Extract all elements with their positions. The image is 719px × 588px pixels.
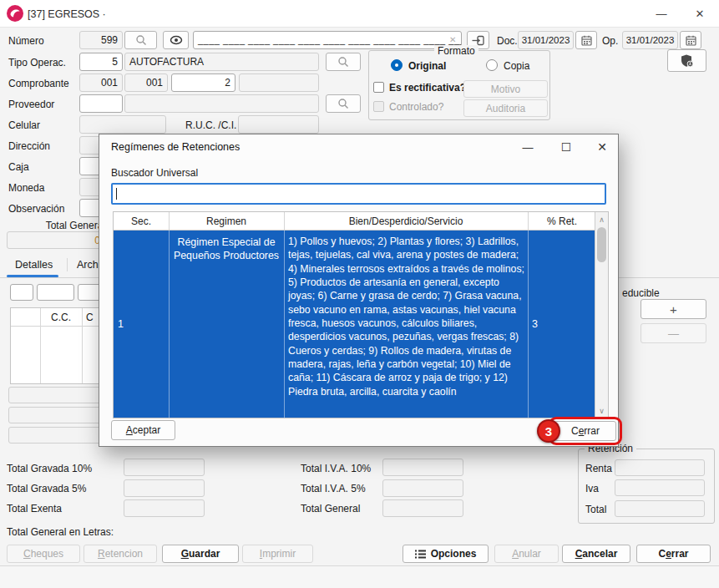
buscador-universal-input[interactable] <box>111 183 606 205</box>
modal-minimize-button[interactable]: — <box>517 139 539 155</box>
col-header-bien[interactable]: Bien/Desperdicio/Servicio <box>284 212 528 231</box>
controlado-checkbox[interactable] <box>373 101 384 112</box>
scroll-down-icon[interactable]: ∨ <box>595 404 608 417</box>
masked-value: ____ ____ ____ ____ ____ ____ ____ ____ … <box>198 35 462 45</box>
comprobante-label: Comprobante <box>8 78 69 89</box>
cheques-button[interactable]: Cheques <box>7 545 80 563</box>
numero-search-button[interactable] <box>124 31 157 49</box>
total-general-top-input[interactable]: 0 <box>7 231 105 249</box>
ruc-input[interactable] <box>238 115 319 134</box>
tipo-operac-code-input[interactable]: 5 <box>79 53 123 71</box>
total-gravada10-input[interactable] <box>124 459 205 476</box>
cerrar-main-button[interactable]: Cerrar <box>636 545 711 563</box>
col-header-regimen[interactable]: Regimen <box>169 212 284 231</box>
col-header-sec[interactable]: Sec. <box>114 212 169 231</box>
opciones-button-label: Opciones <box>431 548 477 560</box>
aceptar-button[interactable]: Aceptar <box>111 420 175 440</box>
opciones-button[interactable]: Opciones <box>403 545 489 563</box>
scrollbar-thumb[interactable] <box>597 227 606 262</box>
comprobante-input-3[interactable]: 2 <box>171 74 235 92</box>
anular-button[interactable]: Anular <box>494 545 559 563</box>
modal-title: Regímenes de Retenciones <box>111 141 240 153</box>
renta-label: Renta <box>585 463 612 474</box>
timbrado-masked-input[interactable]: ____ ____ ____ ____ ____ ____ ____ ____ … <box>193 31 462 49</box>
doc-calendar-button[interactable] <box>575 31 597 49</box>
guardar-button[interactable]: Guardar <box>162 545 239 563</box>
cell-sec: 1 <box>118 318 124 330</box>
row-column-separator <box>284 231 285 418</box>
iva-input[interactable] <box>615 479 705 496</box>
copia-radio[interactable] <box>486 59 498 71</box>
motivo-button[interactable]: Motivo <box>463 80 548 98</box>
total-iva5-input[interactable] <box>382 479 463 497</box>
add-row-button[interactable]: + <box>641 299 706 319</box>
doc-date-input[interactable]: 31/01/2023 <box>518 31 574 49</box>
egresos-window: [37] EGRESOS · — ✕ Número 599 ____ ____ … <box>0 0 719 588</box>
total-exenta-input[interactable] <box>124 499 205 517</box>
total-exenta-label: Total Exenta <box>7 503 62 514</box>
list-options-icon <box>415 550 426 559</box>
total-label: Total <box>585 504 606 515</box>
tipo-operac-label: Tipo Operac. <box>8 57 66 68</box>
clear-icon[interactable]: ✕ <box>449 35 457 44</box>
op-date-input[interactable]: 31/01/2023 <box>622 31 678 49</box>
rectificativa-label: Es rectificativa? <box>389 82 466 94</box>
cancelar-button[interactable]: Cancelar <box>562 545 630 563</box>
table-row-selected[interactable]: 1 Régimen Especial de Pequeños Productor… <box>114 231 595 418</box>
total-letras-label: Total General en Letras: <box>7 526 114 538</box>
window-minimize-button[interactable]: — <box>650 5 673 22</box>
scroll-up-icon[interactable]: ∧ <box>595 213 608 226</box>
proveedor-name-input[interactable] <box>124 94 319 113</box>
comprobante-input-1[interactable]: 001 <box>79 74 123 92</box>
total-gravada5-input[interactable] <box>124 479 205 497</box>
proveedor-code-input[interactable] <box>79 94 123 113</box>
tab-detalles[interactable]: Detalles <box>15 259 53 271</box>
proveedor-search-button[interactable] <box>326 94 361 113</box>
imprimir-button[interactable]: Imprimir <box>242 545 313 563</box>
shield-user-icon <box>680 53 695 68</box>
celular-input[interactable] <box>79 115 166 134</box>
op-label: Op. <box>602 35 618 47</box>
security-button[interactable] <box>667 49 706 72</box>
direccion-label: Dirección <box>8 140 50 152</box>
original-radio[interactable] <box>391 59 403 71</box>
original-radio-label: Original <box>408 60 446 72</box>
grid-filter-input-1[interactable] <box>10 284 33 301</box>
table-scrollbar[interactable]: ∧ ∨ <box>595 212 608 418</box>
grid-header-c: C <box>86 312 94 323</box>
col-header-ret[interactable]: % Ret. <box>528 212 596 231</box>
op-calendar-button[interactable] <box>680 31 701 49</box>
window-close-button[interactable]: ✕ <box>688 5 711 22</box>
row-column-separator <box>169 231 170 418</box>
caja-label: Caja <box>8 161 29 173</box>
auditoria-button[interactable]: Auditoria <box>463 99 548 117</box>
numero-label: Número <box>8 35 44 47</box>
eye-icon <box>170 35 183 45</box>
rectificativa-checkbox[interactable] <box>373 82 384 93</box>
annotation-step-badge: 3 <box>537 419 560 443</box>
tipo-operac-search-button[interactable] <box>326 53 361 71</box>
deducible-label: educible <box>622 287 660 299</box>
cell-ret: 3 <box>532 318 538 330</box>
tipo-operac-name-input[interactable]: AUTOFACTURA <box>124 53 319 71</box>
comprobante-input-2[interactable]: 001 <box>124 74 168 92</box>
remove-row-button[interactable]: — <box>641 323 706 343</box>
preview-button[interactable] <box>163 31 189 49</box>
total-retencion-input[interactable] <box>615 500 705 517</box>
total-iva5-label: Total I.V.A. 5% <box>301 483 366 494</box>
retencion-button[interactable]: Retencion <box>84 545 157 563</box>
total-iva10-input[interactable] <box>382 459 463 476</box>
numero-input[interactable]: 599 <box>79 31 123 49</box>
calendar-icon <box>686 35 696 46</box>
comprobante-input-4[interactable] <box>239 74 319 92</box>
modal-maximize-button[interactable]: ☐ <box>555 139 577 155</box>
renta-input[interactable] <box>615 459 705 476</box>
text-cursor <box>116 188 117 200</box>
status-bar <box>0 566 719 588</box>
grid-filter-input-2[interactable] <box>37 284 74 301</box>
modal-close-button[interactable]: ✕ <box>591 139 613 155</box>
regimenes-retenciones-dialog: Regímenes de Retenciones — ☐ ✕ Buscador … <box>99 134 619 447</box>
total-general-input[interactable] <box>382 499 463 517</box>
proveedor-label: Proveedor <box>8 99 54 110</box>
cerrar-modal-button[interactable]: Cerrar <box>554 421 616 441</box>
